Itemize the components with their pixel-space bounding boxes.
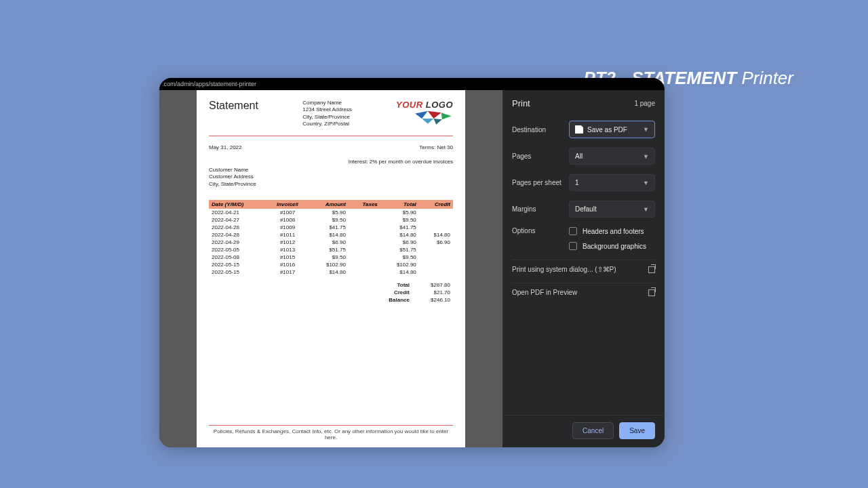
table-row: 2022-05-15#1017$14.80$14.80	[209, 268, 453, 276]
background-graphics-checkbox[interactable]: Background graphics	[569, 242, 655, 250]
svg-marker-2	[441, 113, 452, 119]
statement-table: Date (Y/M/D) Invoice# Amount Taxes Total…	[209, 200, 453, 276]
system-dialog-link[interactable]: Print using system dialog... (⇧⌘P)	[512, 260, 655, 279]
browser-window: .com/admin/apps/statement-printer Statem…	[159, 78, 665, 447]
svg-marker-3	[422, 119, 433, 123]
pages-select[interactable]: All▼	[569, 148, 655, 165]
svg-marker-4	[433, 119, 441, 125]
external-link-icon	[648, 289, 655, 296]
terms: Terms: Net 30	[419, 144, 453, 150]
chevron-down-icon: ▼	[643, 180, 649, 186]
company-block: Company Name 1234 Street Address City, S…	[302, 100, 352, 128]
svg-marker-0	[415, 111, 428, 119]
table-row: 2022-05-08#1015$9.50$9.50	[209, 253, 453, 261]
print-panel: Print 1 page Destination Save as PDF ▼ P…	[502, 90, 665, 447]
headers-footers-checkbox[interactable]: Headers and footers	[569, 227, 655, 235]
pages-label: Pages	[512, 152, 569, 160]
doc-footer: Policies, Refunds & Exchanges, Contact I…	[209, 425, 453, 441]
print-preview[interactable]: Statement Company Name 1234 Street Addre…	[159, 90, 502, 447]
table-row: 2022-04-29#1012$6.90$6.90$6.90	[209, 239, 453, 246]
destination-label: Destination	[512, 126, 569, 134]
interest-note: Interest: 2% per month on overdue invoic…	[349, 159, 453, 188]
url-bar: .com/admin/apps/statement-printer	[159, 78, 665, 90]
doc-heading: Statement	[209, 100, 258, 112]
pdf-icon	[575, 125, 583, 134]
table-row: 2022-04-21#1007$5.90$5.90	[209, 209, 453, 216]
pps-label: Pages per sheet	[512, 179, 569, 186]
pages-per-sheet-select[interactable]: 1▼	[569, 174, 655, 191]
customer-block: Customer Name Customer Address City, Sta…	[209, 167, 256, 188]
cancel-button[interactable]: Cancel	[572, 422, 614, 439]
statement-date: May 31, 2022	[209, 144, 241, 150]
open-in-preview-link[interactable]: Open PDF in Preview	[512, 283, 655, 302]
chevron-down-icon: ▼	[643, 206, 649, 213]
page-count: 1 page	[634, 100, 655, 107]
totals-block: Total$267.80Credit$21.70Balance$246.10	[209, 281, 453, 304]
table-row: 2022-04-27#1008$9.50$9.50	[209, 216, 453, 224]
options-label: Options	[512, 227, 569, 250]
external-link-icon	[648, 266, 655, 273]
chevron-down-icon: ▼	[643, 126, 649, 133]
margins-select[interactable]: Default▼	[569, 201, 655, 218]
table-row: 2022-04-28#1011$14.80$14.80$14.80	[209, 231, 453, 239]
save-button[interactable]: Save	[619, 422, 655, 439]
svg-marker-1	[428, 111, 441, 119]
destination-select[interactable]: Save as PDF ▼	[569, 121, 655, 138]
table-header-row: Date (Y/M/D) Invoice# Amount Taxes Total…	[209, 200, 453, 209]
statement-page: Statement Company Name 1234 Street Addre…	[197, 90, 465, 447]
table-row: 2022-05-05#1013$51.75$51.75	[209, 246, 453, 253]
chevron-down-icon: ▼	[643, 153, 649, 160]
logo: YOUR LOGO	[396, 100, 453, 129]
table-row: 2022-04-28#1009$41.75$41.75	[209, 224, 453, 231]
table-row: 2022-05-15#1016$102.90$102.90	[209, 261, 453, 268]
panel-title: Print	[512, 98, 530, 108]
margins-label: Margins	[512, 205, 569, 213]
